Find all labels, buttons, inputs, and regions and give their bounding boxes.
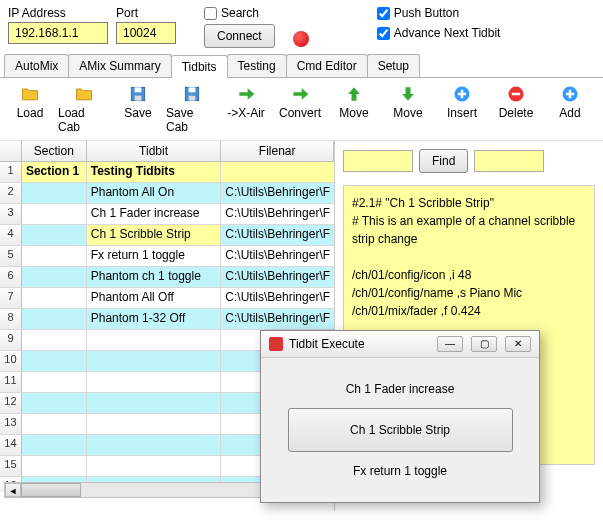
find-right-input[interactable] <box>474 150 544 172</box>
advance-checkbox[interactable]: Advance Next Tidbit <box>377 26 501 40</box>
minimize-button[interactable]: — <box>437 336 463 352</box>
scroll-thumb[interactable] <box>21 483 81 497</box>
record-indicator-icon <box>293 31 309 47</box>
table-row[interactable]: 3Ch 1 Fader increaseC:\Utils\Behringer\F <box>0 204 334 225</box>
toolbar-insert[interactable]: Insert <box>436 84 488 134</box>
ip-label: IP Address <box>8 6 108 20</box>
svg-rect-5 <box>189 96 196 101</box>
search-checkbox[interactable]: Search <box>204 6 309 20</box>
table-row[interactable]: 4Ch 1 Scribble StripC:\Utils\Behringer\F <box>0 225 334 246</box>
toolbar-save-cab[interactable]: Save Cab <box>166 84 218 134</box>
toolbar-move[interactable]: Move <box>382 84 434 134</box>
dialog-title: Tidbit Execute <box>289 337 365 351</box>
push-checkbox[interactable]: Push Button <box>377 6 501 20</box>
toolbar-load[interactable]: Load <box>4 84 56 134</box>
toolbar-delete[interactable]: Delete <box>490 84 542 134</box>
port-input[interactable] <box>116 22 176 44</box>
tab-automix[interactable]: AutoMix <box>4 54 69 77</box>
table-row[interactable]: 6Phantom ch 1 toggleC:\Utils\Behringer\F <box>0 267 334 288</box>
maximize-button[interactable]: ▢ <box>471 336 497 352</box>
table-row[interactable]: 5Fx return 1 toggleC:\Utils\Behringer\F <box>0 246 334 267</box>
port-label: Port <box>116 6 176 20</box>
tidbit-execute-dialog: Tidbit Execute — ▢ ✕ Ch 1 Fader increase… <box>260 330 540 503</box>
find-left-input[interactable] <box>343 150 413 172</box>
svg-rect-2 <box>135 96 142 101</box>
toolbar-convert[interactable]: Convert <box>274 84 326 134</box>
tab-testing[interactable]: Testing <box>227 54 287 77</box>
toolbar-save[interactable]: Save <box>112 84 164 134</box>
ip-input[interactable] <box>8 22 108 44</box>
dialog-next-tidbit: Fx return 1 toggle <box>275 464 525 478</box>
table-row[interactable]: 2Phantom All OnC:\Utils\Behringer\F <box>0 183 334 204</box>
toolbar--x-air[interactable]: ->X-Air <box>220 84 272 134</box>
dialog-app-icon <box>269 337 283 351</box>
table-row[interactable]: 8Phantom 1-32 OffC:\Utils\Behringer\F <box>0 309 334 330</box>
svg-rect-4 <box>189 87 196 92</box>
scroll-left-icon[interactable]: ◄ <box>5 483 21 497</box>
dialog-prev-tidbit: Ch 1 Fader increase <box>275 382 525 396</box>
svg-rect-1 <box>135 87 142 92</box>
table-row[interactable]: 7Phantom All OffC:\Utils\Behringer\F <box>0 288 334 309</box>
find-button[interactable]: Find <box>419 149 468 173</box>
tab-cmd-editor[interactable]: Cmd Editor <box>286 54 368 77</box>
tab-tidbits[interactable]: Tidbits <box>171 55 228 78</box>
execute-tidbit-button[interactable]: Ch 1 Scribble Strip <box>288 408 513 452</box>
connect-button[interactable]: Connect <box>204 24 275 48</box>
toolbar-move[interactable]: Move <box>328 84 380 134</box>
grid-header: Section Tidbit Filenar <box>0 141 334 162</box>
tab-amix-summary[interactable]: AMix Summary <box>68 54 171 77</box>
table-row[interactable]: 1Section 1Testing Tidbits <box>0 162 334 183</box>
close-button[interactable]: ✕ <box>505 336 531 352</box>
toolbar-add[interactable]: Add <box>544 84 596 134</box>
toolbar-load-cab[interactable]: Load Cab <box>58 84 110 134</box>
tab-setup[interactable]: Setup <box>367 54 420 77</box>
